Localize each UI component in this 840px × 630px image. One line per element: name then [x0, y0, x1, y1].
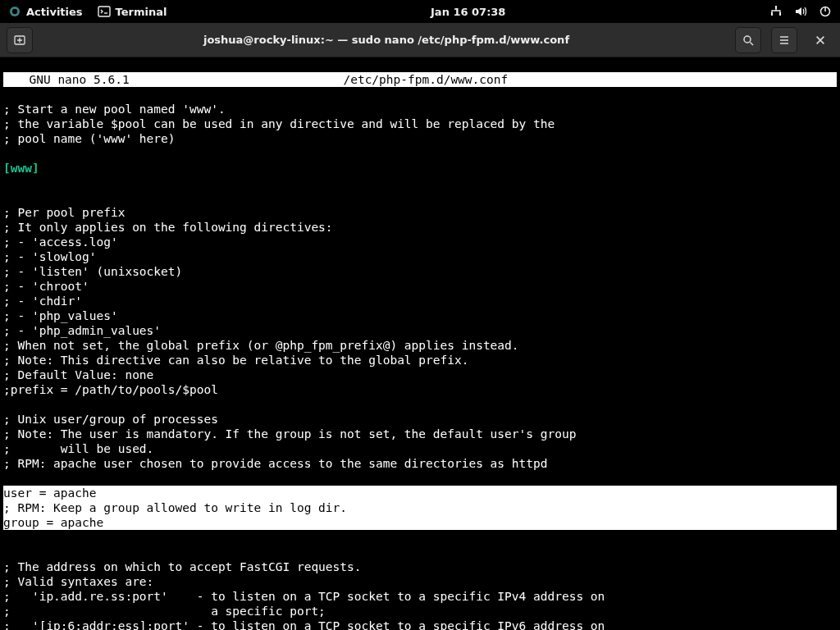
editor-line: ; RPM: Keep a group allowed to write in …	[3, 500, 837, 515]
search-icon	[742, 34, 755, 47]
editor-line	[3, 190, 837, 205]
editor-lines-mid: ; Per pool prefix; It only applies on th…	[3, 190, 837, 471]
window-title: joshua@rocky-linux:~ — sudo nano /etc/ph…	[38, 34, 735, 46]
svg-point-9	[744, 36, 751, 43]
app-label: Terminal	[116, 6, 167, 18]
activities-label: Activities	[26, 6, 83, 18]
new-tab-button[interactable]	[7, 27, 33, 53]
editor-line: ; The address on which to accept FastCGI…	[3, 559, 837, 574]
editor-line: user = apache	[3, 486, 837, 500]
close-button[interactable]	[807, 27, 833, 53]
hamburger-icon	[778, 34, 791, 47]
svg-rect-2	[98, 7, 110, 16]
editor-line: ; Per pool prefix	[3, 205, 837, 220]
editor-lines-top: ; Start a new pool named 'www'.; the var…	[3, 102, 837, 146]
network-icon	[769, 5, 783, 18]
terminal-headerbar: joshua@rocky-linux:~ — sudo nano /etc/ph…	[0, 23, 840, 57]
gnome-clock[interactable]: Jan 16 07:38	[431, 6, 505, 18]
editor-section-header: [www]	[3, 161, 837, 176]
svg-rect-7	[824, 7, 826, 11]
menu-button[interactable]	[771, 27, 797, 53]
editor-line: ; When not set, the global prefix (or @p…	[3, 338, 837, 353]
editor-line: ; a specific port;	[3, 604, 837, 619]
editor-line: ; pool name ('www' here)	[3, 131, 837, 146]
editor-line: ; Note: The user is mandatory. If the gr…	[3, 427, 837, 441]
editor-line: ; - 'slowlog'	[3, 249, 837, 264]
editor-line: ; Note: This directive can also be relat…	[3, 353, 837, 368]
editor-line: group = apache	[3, 515, 837, 530]
editor-line: ; - 'php_admin_values'	[3, 323, 837, 338]
terminal-body[interactable]: GNU nano 5.6.1/etc/php-fpm.d/www.conf ; …	[0, 57, 840, 630]
nano-title-bar: GNU nano 5.6.1/etc/php-fpm.d/www.conf	[3, 72, 837, 87]
gnome-top-bar: Activities Terminal Jan 16 07:38	[0, 0, 840, 23]
editor-line: ; - 'chdir'	[3, 294, 837, 308]
power-icon	[819, 5, 832, 18]
editor-line: ; the variable $pool can be used in any …	[3, 116, 837, 131]
terminal-icon	[98, 5, 111, 18]
new-tab-icon	[13, 34, 26, 47]
gnome-left: Activities Terminal	[8, 5, 167, 18]
current-app[interactable]: Terminal	[98, 5, 167, 18]
clock-label: Jan 16 07:38	[431, 6, 505, 18]
svg-rect-3	[775, 6, 777, 9]
close-icon	[815, 34, 826, 46]
editor-lines-bottom: ; The address on which to accept FastCGI…	[3, 545, 837, 630]
svg-rect-4	[771, 12, 773, 16]
editor-line: ; - 'php_values'	[3, 308, 837, 323]
nano-version: GNU nano 5.6.1	[3, 72, 130, 87]
editor-line: ; - 'chroot'	[3, 279, 837, 294]
editor-line: ; '[ip:6:addr:ess]:port' - to listen on …	[3, 619, 837, 630]
nano-file-path: /etc/php-fpm.d/www.conf	[130, 72, 722, 87]
volume-icon	[794, 5, 807, 18]
editor-line: ; - 'listen' (unixsocket)	[3, 264, 837, 279]
svg-point-1	[12, 9, 17, 14]
gnome-status-area[interactable]	[769, 5, 832, 18]
svg-rect-5	[779, 12, 781, 16]
editor-line: ; 'ip.add.re.ss:port' - to listen on a T…	[3, 589, 837, 604]
editor-line: ; Default Value: none	[3, 368, 837, 382]
editor-line: ; - 'access.log'	[3, 235, 837, 249]
editor-line: ;prefix = /path/to/pools/$pool	[3, 382, 837, 397]
editor-line: ; Start a new pool named 'www'.	[3, 102, 837, 116]
editor-line: ; will be used.	[3, 441, 837, 456]
activities-button[interactable]: Activities	[8, 5, 83, 18]
editor-line: ; Unix user/group of processes	[3, 412, 837, 427]
editor-line	[3, 545, 837, 559]
editor-line: ; RPM: apache user chosen to provide acc…	[3, 456, 837, 471]
editor-line: ; Valid syntaxes are:	[3, 574, 837, 589]
editor-line: ; It only applies on the following direc…	[3, 220, 837, 235]
editor-line	[3, 397, 837, 412]
editor-lines-selected: user = apache; RPM: Keep a group allowed…	[3, 486, 837, 530]
search-button[interactable]	[735, 27, 761, 53]
activities-icon	[8, 5, 21, 18]
